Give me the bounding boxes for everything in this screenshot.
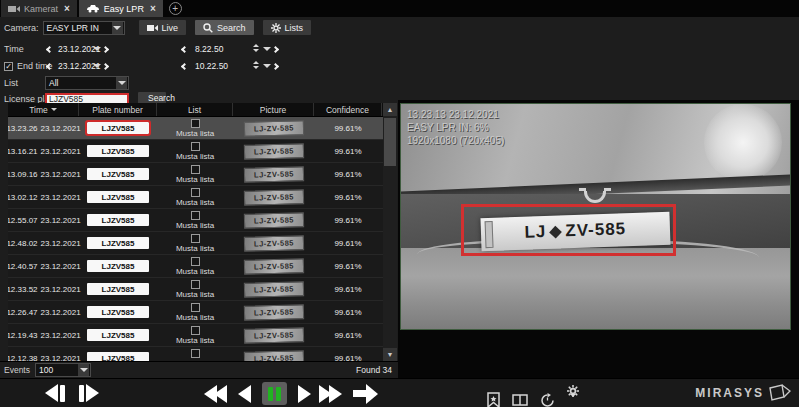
row-plate-picture[interactable]: LJ-ZV-585	[243, 258, 303, 275]
pause-button[interactable]	[262, 382, 287, 405]
row-plate-picture[interactable]: LJ-ZV-585	[243, 304, 303, 321]
live-button[interactable]: Live	[139, 20, 187, 35]
end-time-prev-button[interactable]	[181, 62, 188, 69]
time-dropdown-icon[interactable]	[263, 47, 271, 55]
row-plate-picture[interactable]: LJ-ZV-585	[243, 281, 303, 298]
blacklist-checkbox[interactable]	[191, 165, 200, 174]
table-row[interactable]: 13.02.12 23.12.2021 LJZV585 Musta lista …	[8, 186, 383, 209]
blacklist-checkbox[interactable]	[191, 326, 200, 335]
time-spinner[interactable]	[253, 43, 259, 55]
close-icon[interactable]: ×	[150, 3, 156, 14]
play-button[interactable]	[298, 385, 311, 403]
playback-bar: MIRASYS	[0, 378, 799, 407]
close-icon[interactable]: ×	[64, 3, 70, 14]
row-date: 23.12.2021	[41, 193, 81, 202]
bookmark-icon[interactable]	[487, 392, 500, 407]
row-date: 23.12.2021	[41, 262, 81, 271]
blacklist-label: Musta lista	[176, 267, 214, 276]
blacklist-checkbox[interactable]	[191, 257, 200, 266]
time-next-button[interactable]	[272, 45, 279, 52]
table-row[interactable]: 13.09.16 23.12.2021 LJZV585 Musta lista …	[8, 163, 383, 186]
fast-forward-button[interactable]	[322, 385, 342, 403]
row-plate-picture[interactable]: LJ-ZV-585	[243, 120, 303, 137]
date-dropdown-icon[interactable]	[93, 47, 101, 55]
add-tab-button[interactable]: +	[169, 2, 182, 15]
table-row[interactable]: 13.23.26 23.12.2021 LJZV585 Musta lista …	[8, 117, 383, 140]
date-next-button[interactable]	[102, 45, 109, 52]
chevron-down-icon[interactable]	[116, 77, 127, 89]
overlay-camera-info: EASY LPR IN: 6%	[407, 121, 504, 134]
search-mode-button[interactable]: Search	[195, 20, 254, 35]
row-plate-picture[interactable]: LJ-ZV-585	[243, 143, 303, 160]
table-row[interactable]: 12.40.57 23.12.2021 LJZV585 Musta lista …	[8, 255, 383, 278]
scroll-down-icon[interactable]: ▼	[383, 348, 397, 361]
time-prev-button[interactable]	[181, 45, 188, 52]
row-plate-picture[interactable]: LJ-ZV-585	[243, 235, 303, 252]
table-row[interactable]: 13.16.21 23.12.2021 LJZV585 Musta lista …	[8, 140, 383, 163]
row-plate-picture[interactable]: LJ-ZV-585	[243, 166, 303, 183]
column-header-plate[interactable]: Plate number	[79, 103, 157, 116]
tab-kamerat[interactable]: Kamerat ×	[1, 0, 77, 17]
table-row[interactable]: 12.48.02 23.12.2021 LJZV585 Musta lista …	[8, 232, 383, 255]
events-bar: Events 100 Found 34	[0, 361, 398, 378]
blacklist-label: Musta lista	[176, 313, 214, 322]
table-row[interactable]: 12.33.52 23.12.2021 LJZV585 Musta lista …	[8, 278, 383, 301]
events-count-select[interactable]: 100	[35, 363, 91, 377]
row-time: 13.02.12	[8, 193, 38, 202]
time-label: Time	[4, 44, 24, 54]
blacklist-checkbox[interactable]	[191, 349, 200, 358]
lists-button[interactable]: Lists	[263, 20, 312, 35]
row-plate-picture[interactable]: LJ-ZV-585	[243, 350, 303, 361]
table-row[interactable]: 12.19.43 23.12.2021 LJZV585 Musta lista …	[8, 324, 383, 347]
step-backward-button[interactable]	[45, 384, 65, 402]
column-header-picture[interactable]: Picture	[233, 103, 314, 116]
scrollbar-thumb[interactable]	[384, 118, 396, 166]
end-time-next-button[interactable]	[272, 62, 279, 69]
step-forward-button[interactable]	[79, 384, 99, 402]
clock-icon[interactable]	[540, 393, 555, 407]
end-time-checkbox[interactable]: ✓	[4, 62, 13, 71]
row-date: 23.12.2021	[41, 216, 81, 225]
row-confidence: 99.61%	[314, 285, 382, 294]
blacklist-checkbox[interactable]	[191, 142, 200, 151]
end-time-spinner[interactable]	[253, 60, 259, 72]
table-row[interactable]: 12.26.47 23.12.2021 LJZV585 Musta lista …	[8, 301, 383, 324]
start-time-value[interactable]: 8.22.50	[195, 44, 223, 54]
panels-icon[interactable]	[512, 394, 528, 406]
column-header-time[interactable]: Time	[8, 103, 79, 116]
row-plate-number: LJZV585	[87, 306, 149, 318]
row-plate-picture[interactable]: LJ-ZV-585	[243, 327, 303, 344]
scroll-up-icon[interactable]: ▲	[383, 103, 397, 116]
blacklist-checkbox[interactable]	[191, 280, 200, 289]
blacklist-checkbox[interactable]	[191, 188, 200, 197]
column-header-list[interactable]: List	[157, 103, 233, 116]
blacklist-checkbox[interactable]	[191, 303, 200, 312]
camera-select[interactable]: EASY LPR IN	[43, 21, 125, 35]
column-header-confidence[interactable]: Confidence	[314, 103, 382, 116]
end-time-value[interactable]: 10.22.50	[195, 61, 228, 71]
video-frame[interactable]: LJ ZV-585 13.23.13 23.12.2021 EASY LPR I…	[400, 103, 791, 330]
chevron-down-icon[interactable]	[78, 364, 89, 376]
table-scrollbar[interactable]: ▲ ▼	[383, 103, 397, 361]
video-overlay: 13.23.13 23.12.2021 EASY LPR IN: 6% 1920…	[407, 108, 504, 147]
settings-gear-icon[interactable]	[567, 385, 579, 407]
end-date-dropdown-icon[interactable]	[93, 64, 101, 72]
chevron-down-icon[interactable]	[112, 22, 123, 34]
row-plate-picture[interactable]: LJ-ZV-585	[243, 212, 303, 229]
blacklist-checkbox[interactable]	[191, 211, 200, 220]
row-plate-picture[interactable]: LJ-ZV-585	[243, 189, 303, 206]
camera-toolbar: Camera: EASY LPR IN Live Search	[0, 19, 398, 36]
end-time-dropdown-icon[interactable]	[263, 64, 271, 72]
date-prev-button[interactable]	[46, 45, 53, 52]
rewind-button[interactable]	[207, 385, 227, 403]
table-row[interactable]: 12.12.38 23.12.2021 LJZV585 Musta lista …	[8, 347, 383, 361]
jump-to-end-button[interactable]	[353, 384, 378, 404]
play-backward-button[interactable]	[238, 385, 251, 403]
table-row[interactable]: 12.55.07 23.12.2021 LJZV585 Musta lista …	[8, 209, 383, 232]
end-date-next-button[interactable]	[102, 62, 109, 69]
tab-easy-lpr[interactable]: Easy LPR ×	[79, 0, 163, 17]
events-label: Events	[4, 365, 30, 375]
blacklist-checkbox[interactable]	[191, 234, 200, 243]
blacklist-checkbox[interactable]	[191, 119, 200, 128]
list-select[interactable]: All	[45, 76, 129, 90]
